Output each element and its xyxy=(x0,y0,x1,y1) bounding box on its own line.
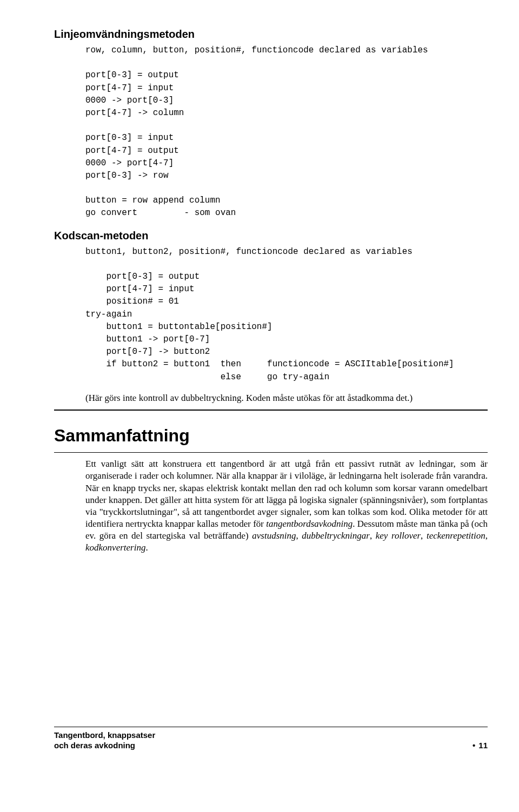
divider-top xyxy=(54,410,488,411)
bullet-icon: • xyxy=(473,741,475,750)
footer-line1: Tangentbord, knappsatser xyxy=(54,730,155,740)
page-footer: Tangentbord, knappsatser och deras avkod… xyxy=(54,727,488,751)
heading-linjeomvandning: Linjeomvändningsmetoden xyxy=(54,27,488,41)
footer-line2: och deras avkodning xyxy=(54,741,135,750)
code-block-2: button1, button2, position#, functioncod… xyxy=(85,246,488,384)
footer-rule xyxy=(54,727,488,727)
heading-sammanfattning: Sammanfattning xyxy=(54,425,488,447)
footer-title: Tangentbord, knappsatser och deras avkod… xyxy=(54,730,155,751)
summary-paragraph: Ett vanligt sätt att konstruera ett tang… xyxy=(85,458,488,554)
code-block-1: row, column, button, position#, function… xyxy=(85,44,488,220)
footer-page: •11 xyxy=(473,740,488,751)
divider-bottom xyxy=(54,452,488,453)
note-text: (Här görs inte kontroll av dubbeltryckni… xyxy=(85,392,488,404)
heading-kodscan: Kodscan-metoden xyxy=(54,229,488,243)
page-number: 11 xyxy=(478,741,488,750)
